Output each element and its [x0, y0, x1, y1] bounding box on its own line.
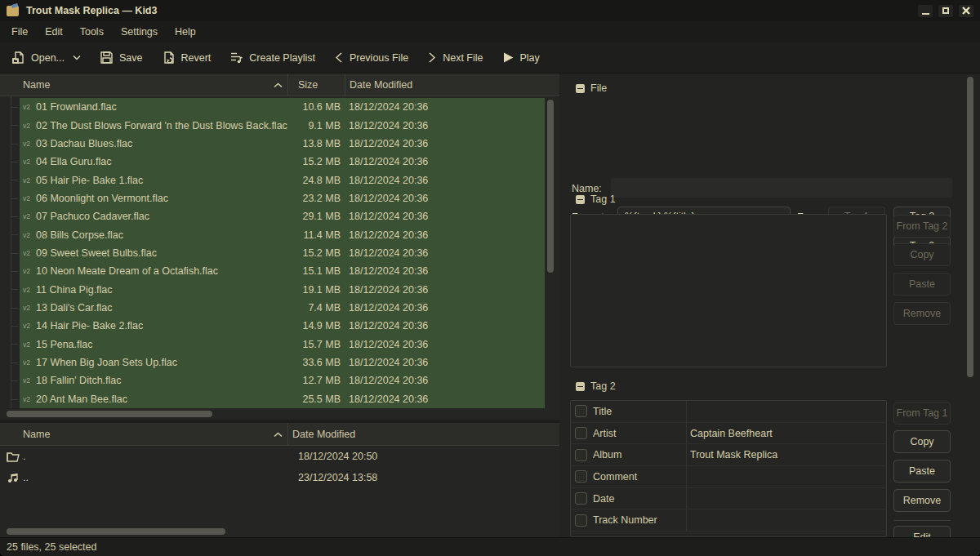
field-checkbox[interactable] — [575, 427, 587, 439]
file-row[interactable]: v2 15 Pena.flac 15.7 MB 18/12/2024 20:36 — [0, 335, 545, 353]
field-value[interactable]: Trout Mask Replica — [687, 449, 886, 460]
tree-branch[interactable] — [0, 335, 20, 353]
tree-branch[interactable] — [0, 116, 20, 134]
menu-item[interactable]: File — [11, 26, 28, 38]
tag2-paste-button[interactable]: Paste — [893, 460, 951, 483]
tag2-field-row[interactable]: Title — [571, 401, 886, 423]
tree-branch[interactable] — [0, 189, 20, 207]
tree-branch[interactable] — [0, 98, 20, 116]
tree-branch[interactable] — [0, 317, 20, 335]
open-dropdown-icon[interactable] — [73, 55, 81, 60]
directory-row[interactable]: . 18/12/2024 20:50 — [0, 446, 559, 467]
filename-input[interactable] — [611, 178, 952, 198]
scrollbar-thumb[interactable] — [7, 411, 212, 417]
directory-row[interactable]: .. 23/12/2024 13:58 — [0, 467, 559, 488]
file-row[interactable]: v2 08 Bills Corpse.flac 11.4 MB 18/12/20… — [0, 225, 545, 243]
tag-panel-vertical-scrollbar[interactable] — [967, 77, 973, 534]
file-row[interactable]: v2 04 Ella Guru.flac 15.2 MB 18/12/2024 … — [0, 153, 545, 171]
file-row[interactable]: v2 09 Sweet Sweet Bulbs.flac 15.2 MB 18/… — [0, 244, 545, 262]
minimize-button[interactable] — [918, 5, 933, 17]
close-button[interactable] — [959, 5, 973, 17]
title-bar[interactable]: Trout Mask Replica — Kid3 — [0, 0, 980, 21]
tree-branch[interactable] — [0, 390, 20, 408]
file-row[interactable]: v2 02 The Dust Blows Forward 'n the Dust… — [0, 116, 545, 134]
file-row[interactable]: v2 05 Hair Pie- Bake 1.flac 24.8 MB 18/1… — [0, 171, 545, 189]
field-checkbox[interactable] — [575, 492, 587, 505]
scrollbar-thumb[interactable] — [967, 77, 973, 377]
previous-file-label: Previous File — [350, 52, 408, 64]
tree-branch[interactable] — [0, 354, 20, 371]
tree-branch[interactable] — [0, 262, 20, 280]
tag2-field-row[interactable]: Track Number — [571, 509, 886, 532]
collapse-icon[interactable] — [576, 382, 585, 391]
tag1-paste-button[interactable]: Paste — [893, 273, 951, 296]
file-section-header[interactable]: File — [576, 82, 607, 94]
tag2-field-row[interactable]: Comment — [571, 466, 886, 488]
menu-item[interactable]: Help — [175, 26, 196, 38]
save-button[interactable]: Save — [100, 51, 143, 64]
collapse-icon[interactable] — [576, 195, 585, 204]
menu-item[interactable]: Edit — [45, 26, 63, 38]
directory-list-horizontal-scrollbar[interactable] — [0, 526, 559, 537]
id3v2-tag-icon: v2 — [20, 249, 36, 257]
tag2-copy-button[interactable]: Copy — [893, 430, 951, 453]
tag1-from-tag2-button[interactable]: From Tag 2 — [893, 215, 951, 238]
file-list-vertical-scrollbar[interactable] — [547, 100, 554, 405]
tag1-copy-button[interactable]: Copy — [893, 243, 951, 266]
tag1-remove-button[interactable]: Remove — [893, 302, 951, 325]
column-header-date[interactable]: Date Modified — [345, 73, 559, 96]
file-row[interactable]: v2 06 Moonlight on Vermont.flac 23.2 MB … — [0, 189, 545, 207]
tree-branch[interactable] — [0, 371, 20, 389]
tree-branch[interactable] — [0, 280, 20, 298]
field-checkbox[interactable] — [575, 514, 587, 527]
tag2-from-tag1-button[interactable]: From Tag 1 — [893, 402, 951, 425]
file-section-title: File — [590, 82, 607, 94]
menu-item[interactable]: Settings — [121, 26, 158, 38]
tree-branch[interactable] — [0, 244, 20, 262]
file-row[interactable]: v2 07 Pachuco Cadaver.flac 29.1 MB 18/12… — [0, 207, 545, 225]
tree-branch[interactable] — [0, 207, 20, 225]
field-checkbox[interactable] — [575, 470, 587, 483]
file-row[interactable]: v2 01 Frownland.flac 10.6 MB 18/12/2024 … — [0, 98, 545, 116]
file-row[interactable]: v2 18 Fallin' Ditch.flac 12.7 MB 18/12/2… — [0, 371, 545, 389]
field-value[interactable]: Captain Beefheart — [687, 428, 886, 439]
file-row[interactable]: v2 20 Ant Man Bee.flac 25.5 MB 18/12/202… — [0, 390, 545, 408]
field-checkbox[interactable] — [575, 449, 587, 461]
tree-branch[interactable] — [0, 135, 20, 153]
file-row[interactable]: v2 17 When Big Joan Sets Up.flac 33.6 MB… — [0, 354, 545, 371]
tag2-field-row[interactable]: Artist Captain Beefheart — [571, 423, 886, 445]
file-row[interactable]: v2 11 China Pig.flac 19.1 MB 18/12/2024 … — [0, 280, 545, 298]
field-checkbox[interactable] — [575, 405, 587, 417]
menu-item[interactable]: Tools — [80, 26, 104, 38]
file-row[interactable]: v2 14 Hair Pie- Bake 2.flac 14.9 MB 18/1… — [0, 317, 545, 335]
maximize-button[interactable] — [938, 5, 953, 17]
scrollbar-thumb[interactable] — [7, 528, 225, 535]
tree-branch[interactable] — [0, 299, 20, 317]
tag2-edit-button[interactable]: Edit — [893, 526, 951, 537]
file-list-horizontal-scrollbar[interactable] — [0, 408, 559, 420]
previous-file-button[interactable]: Previous File — [334, 51, 408, 64]
scrollbar-thumb[interactable] — [547, 100, 554, 273]
file-row[interactable]: v2 03 Dachau Blues.flac 13.8 MB 18/12/20… — [0, 135, 545, 153]
tag1-table[interactable] — [570, 214, 887, 367]
create-playlist-button[interactable]: Create Playlist — [229, 51, 315, 64]
tree-branch[interactable] — [0, 225, 20, 243]
tag1-section-header[interactable]: Tag 1 — [576, 193, 616, 205]
tree-branch[interactable] — [0, 153, 20, 171]
file-row[interactable]: v2 13 Dali's Car.flac 7.4 MB 18/12/2024 … — [0, 299, 545, 317]
tag2-field-row[interactable]: Album Trout Mask Replica — [571, 444, 886, 466]
column-header-name[interactable]: Name — [0, 423, 288, 445]
play-button[interactable]: Play — [502, 51, 540, 64]
tree-branch[interactable] — [0, 171, 20, 189]
next-file-button[interactable]: Next File — [427, 51, 483, 64]
tag2-remove-button[interactable]: Remove — [893, 489, 951, 512]
column-header-date[interactable]: Date Modified — [288, 423, 559, 445]
revert-button[interactable]: Revert — [162, 51, 212, 64]
tag2-section-header[interactable]: Tag 2 — [576, 380, 616, 392]
collapse-icon[interactable] — [576, 84, 585, 93]
column-header-size[interactable]: Size — [288, 73, 345, 96]
tag2-field-row[interactable]: Date — [571, 488, 886, 510]
column-header-name[interactable]: Name — [0, 73, 288, 96]
open-button[interactable]: Open... — [11, 51, 81, 64]
file-row[interactable]: v2 10 Neon Meate Dream of a Octafish.fla… — [0, 262, 545, 280]
